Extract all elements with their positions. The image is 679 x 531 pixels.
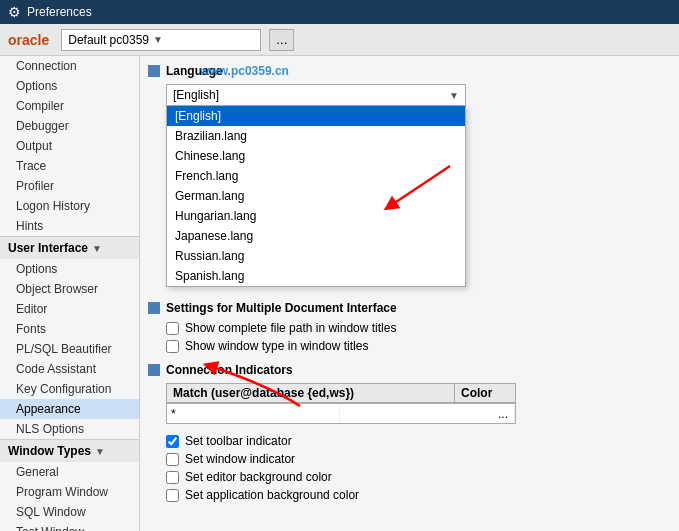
sidebar-item-general[interactable]: General xyxy=(0,462,139,482)
table-edit-cell-1[interactable]: * xyxy=(167,405,340,423)
language-option-german[interactable]: German.lang xyxy=(167,186,465,206)
title-bar-title: Preferences xyxy=(27,5,92,19)
checkbox-show-window-type[interactable] xyxy=(166,340,179,353)
title-bar: ⚙ Preferences xyxy=(0,0,679,24)
sidebar-item-compiler[interactable]: Compiler xyxy=(0,96,139,116)
mdi-section-title: Settings for Multiple Document Interface xyxy=(166,301,397,315)
toolbar: oracle Default pc0359 ▼ ... xyxy=(0,24,679,56)
sidebar-label-debugger: Debugger xyxy=(16,119,69,133)
title-bar-icon: ⚙ xyxy=(8,4,21,20)
label-set-window-indicator: Set window indicator xyxy=(185,452,295,466)
checkbox-row-editor-bg: Set editor background color xyxy=(166,470,671,484)
label-show-window-type: Show window type in window titles xyxy=(185,339,368,353)
sidebar-label-object-browser: Object Browser xyxy=(16,282,98,296)
label-show-full-path: Show complete file path in window titles xyxy=(185,321,396,335)
language-option-german-label: German.lang xyxy=(175,189,244,203)
more-button[interactable]: ... xyxy=(269,29,294,51)
label-set-toolbar-indicator: Set toolbar indicator xyxy=(185,434,292,448)
sidebar-label-hints: Hints xyxy=(16,219,43,233)
section-label-user-interface: User Interface xyxy=(8,241,88,255)
language-option-english-label: [English] xyxy=(175,109,221,123)
connection-indicators-square xyxy=(148,364,160,376)
sidebar-item-sql-window[interactable]: SQL Window xyxy=(0,502,139,522)
label-set-app-bg: Set application background color xyxy=(185,488,359,502)
sidebar-label-nls-options: NLS Options xyxy=(16,422,84,436)
language-option-japanese[interactable]: Japanese.lang xyxy=(167,226,465,246)
sidebar-item-appearance[interactable]: Appearance xyxy=(0,399,139,419)
language-option-hungarian-label: Hungarian.lang xyxy=(175,209,256,223)
sidebar-item-options[interactable]: Options xyxy=(0,76,139,96)
sidebar-label-code-assistant: Code Assistant xyxy=(16,362,96,376)
language-option-spanish[interactable]: Spanish.lang xyxy=(167,266,465,286)
language-option-brazilian[interactable]: Brazilian.lang xyxy=(167,126,465,146)
language-option-russian[interactable]: Russian.lang xyxy=(167,246,465,266)
sidebar-item-nls-options[interactable]: NLS Options xyxy=(0,419,139,439)
checkbox-show-full-path[interactable] xyxy=(166,322,179,335)
language-option-japanese-label: Japanese.lang xyxy=(175,229,253,243)
language-dropdown-list: [English] Brazilian.lang Chinese.lang Fr… xyxy=(166,106,466,287)
language-option-brazilian-label: Brazilian.lang xyxy=(175,129,247,143)
sidebar-label-test-window: Test Window xyxy=(16,525,84,531)
sidebar-label-output: Output xyxy=(16,139,52,153)
sidebar: Connection Options Compiler Debugger Out… xyxy=(0,56,140,531)
profile-dropdown[interactable]: Default pc0359 ▼ xyxy=(61,29,261,51)
checkbox-row-full-path: Show complete file path in window titles xyxy=(166,321,671,335)
table-header-match: Match (user@database {ed,ws}) xyxy=(167,384,455,402)
sidebar-section-user-interface[interactable]: User Interface ▼ xyxy=(0,236,139,259)
sidebar-label-program-window: Program Window xyxy=(16,485,108,499)
checkbox-row-window-type: Show window type in window titles xyxy=(166,339,671,353)
sidebar-item-output[interactable]: Output xyxy=(0,136,139,156)
label-set-editor-bg: Set editor background color xyxy=(185,470,332,484)
language-section-header: Language xyxy=(148,64,671,78)
sidebar-item-fonts[interactable]: Fonts xyxy=(0,319,139,339)
language-option-english[interactable]: [English] xyxy=(167,106,465,126)
table-edit-cell-2[interactable]: ... xyxy=(340,406,515,422)
sidebar-item-connection[interactable]: Connection xyxy=(0,56,139,76)
sidebar-item-test-window[interactable]: Test Window xyxy=(0,522,139,531)
sidebar-item-key-configuration[interactable]: Key Configuration xyxy=(0,379,139,399)
checkbox-set-app-bg[interactable] xyxy=(166,489,179,502)
table-col-match-label: Match (user@database {ed,ws}) xyxy=(173,386,354,400)
sidebar-item-object-browser[interactable]: Object Browser xyxy=(0,279,139,299)
language-option-russian-label: Russian.lang xyxy=(175,249,244,263)
connection-indicators-table: Match (user@database {ed,ws}) Color * ..… xyxy=(166,383,516,424)
checkbox-set-window-indicator[interactable] xyxy=(166,453,179,466)
language-option-hungarian[interactable]: Hungarian.lang xyxy=(167,206,465,226)
sidebar-item-editor[interactable]: Editor xyxy=(0,299,139,319)
language-selected-label: [English] xyxy=(173,88,219,102)
toolbar-logo: oracle xyxy=(8,32,49,48)
language-option-spanish-label: Spanish.lang xyxy=(175,269,244,283)
table-edit-value-2: ... xyxy=(498,407,508,421)
sidebar-item-logon-history[interactable]: Logon History xyxy=(0,196,139,216)
table-header-row: Match (user@database {ed,ws}) Color xyxy=(167,384,515,403)
sidebar-item-code-assistant[interactable]: Code Assistant xyxy=(0,359,139,379)
sidebar-label-logon-history: Logon History xyxy=(16,199,90,213)
language-dropdown-wrapper: [English] ▼ [English] Brazilian.lang Chi… xyxy=(166,84,671,106)
sidebar-item-options-ui[interactable]: Options xyxy=(0,259,139,279)
checkbox-set-toolbar-indicator[interactable] xyxy=(166,435,179,448)
sidebar-label-options-ui: Options xyxy=(16,262,57,276)
section-arrow-user-interface: ▼ xyxy=(92,243,102,254)
language-dropdown-btn[interactable]: [English] ▼ xyxy=(166,84,466,106)
sidebar-label-appearance: Appearance xyxy=(16,402,81,416)
sidebar-item-debugger[interactable]: Debugger xyxy=(0,116,139,136)
sidebar-label-plsql-beautifier: PL/SQL Beautifier xyxy=(16,342,112,356)
language-dropdown-arrow-icon: ▼ xyxy=(449,90,459,101)
sidebar-item-trace[interactable]: Trace xyxy=(0,156,139,176)
table-col-color-label: Color xyxy=(461,386,492,400)
language-option-chinese[interactable]: Chinese.lang xyxy=(167,146,465,166)
sidebar-label-compiler: Compiler xyxy=(16,99,64,113)
checkbox-row-toolbar-indicator: Set toolbar indicator xyxy=(166,434,671,448)
sidebar-section-window-types[interactable]: Window Types ▼ xyxy=(0,439,139,462)
checkbox-set-editor-bg[interactable] xyxy=(166,471,179,484)
sidebar-label-profiler: Profiler xyxy=(16,179,54,193)
section-arrow-window-types: ▼ xyxy=(95,446,105,457)
sidebar-item-program-window[interactable]: Program Window xyxy=(0,482,139,502)
sidebar-label-editor: Editor xyxy=(16,302,47,316)
section-label-window-types: Window Types xyxy=(8,444,91,458)
profile-label: Default pc0359 xyxy=(68,33,149,47)
sidebar-item-plsql-beautifier[interactable]: PL/SQL Beautifier xyxy=(0,339,139,359)
sidebar-item-profiler[interactable]: Profiler xyxy=(0,176,139,196)
language-option-french[interactable]: French.lang xyxy=(167,166,465,186)
sidebar-item-hints[interactable]: Hints xyxy=(0,216,139,236)
